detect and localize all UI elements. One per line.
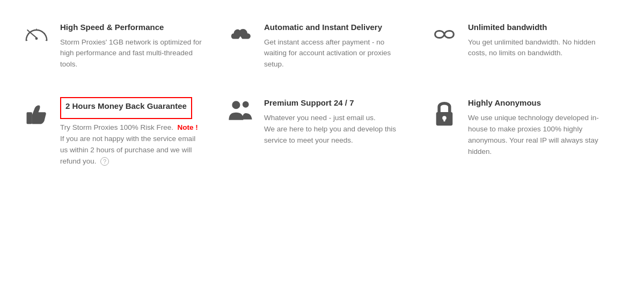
svg-point-11 [243,101,249,108]
feature-bandwidth-title: Unlimited bandwidth [468,21,612,34]
feature-support-content: Premium Support 24 / 7 Whatever you need… [264,97,408,146]
feature-anonymous-desc: We use unique technology developed in-ho… [468,113,612,158]
svg-rect-8 [237,42,245,44]
feature-support-title: Premium Support 24 / 7 [264,97,408,109]
feature-guarantee: 2 Hours Money Back Guarantee Try Storm P… [16,86,220,178]
feature-speed-content: High Speed & Performance Storm Proxies' … [60,21,204,70]
download-cloud-icon [225,21,255,51]
feature-anonymous-title: Highly Anonymous [468,97,612,109]
help-icon[interactable]: ? [100,157,109,166]
feature-anonymous-content: Highly Anonymous We use unique technolog… [468,97,612,157]
feature-delivery-content: Automatic and Instant Delivery Get insta… [264,21,408,70]
feature-bandwidth: Unlimited bandwidth You get unlimited ba… [424,11,628,81]
feature-bandwidth-desc: You get unlimited bandwidth. No hidden c… [468,37,612,60]
feature-delivery-title: Automatic and Instant Delivery [264,21,408,34]
guarantee-title-box: 2 Hours Money Back Guarantee [60,97,192,119]
svg-rect-9 [27,113,32,124]
speedometer-icon [21,21,52,49]
svg-rect-14 [443,118,445,122]
features-grid: High Speed & Performance Storm Proxies' … [0,0,644,188]
feature-guarantee-title: 2 Hours Money Back Guarantee [65,100,187,113]
svg-point-0 [35,37,38,40]
feature-speed: High Speed & Performance Storm Proxies' … [16,11,220,81]
feature-bandwidth-content: Unlimited bandwidth You get unlimited ba… [468,21,612,59]
feature-anonymous: Highly Anonymous We use unique technolog… [424,86,628,178]
svg-rect-7 [239,39,241,43]
lock-icon [429,97,459,127]
infinity-icon [429,21,459,45]
feature-delivery-desc: Get instant access after payment - no wa… [264,37,408,71]
row-divider [16,81,628,86]
feature-support: Premium Support 24 / 7 Whatever you need… [220,86,424,178]
feature-speed-title: High Speed & Performance [60,21,204,34]
feature-support-desc: Whatever you need - just email us. We ar… [264,113,408,146]
feature-guarantee-desc: Try Storm Proxies 100% Risk Free. Note !… [60,122,204,167]
svg-point-10 [232,101,240,109]
note-label: Note ! [178,123,198,131]
thumbs-up-icon [21,97,52,127]
feature-delivery: Automatic and Instant Delivery Get insta… [220,11,424,81]
users-icon [225,97,255,125]
feature-guarantee-content: 2 Hours Money Back Guarantee Try Storm P… [60,97,204,167]
feature-speed-desc: Storm Proxies' 1GB network is optimized … [60,37,204,71]
